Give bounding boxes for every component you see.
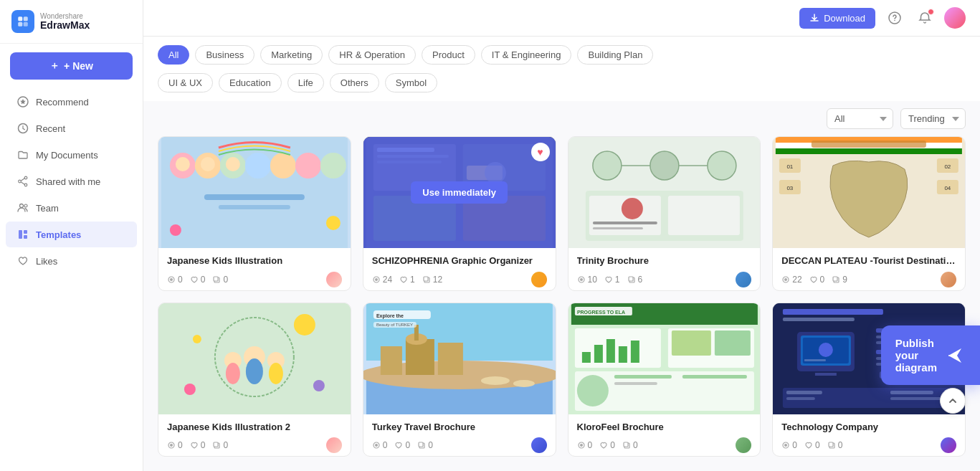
new-button[interactable]: ＋ + New bbox=[10, 52, 133, 80]
sidebar-item-likes[interactable]: Likes bbox=[6, 248, 137, 274]
card-meta: 0 0 0 bbox=[167, 272, 342, 287]
svg-point-87 bbox=[226, 363, 240, 384]
template-card[interactable]: Trinity Brochure 10 1 6 bbox=[568, 136, 761, 291]
filter-others[interactable]: Others bbox=[330, 73, 379, 92]
svg-point-6 bbox=[24, 176, 27, 179]
card-title: KloroFeel Brochure bbox=[577, 422, 752, 434]
svg-rect-12 bbox=[24, 230, 27, 234]
svg-point-24 bbox=[176, 157, 190, 171]
svg-rect-60 bbox=[592, 227, 642, 229]
filter-ui-ux[interactable]: UI & UX bbox=[158, 73, 213, 92]
user-avatar[interactable] bbox=[944, 7, 966, 29]
like-count: 0 bbox=[804, 440, 820, 450]
card-title: SCHIZOPHRENIA Graphic Organizer bbox=[372, 255, 547, 267]
svg-point-89 bbox=[269, 363, 283, 384]
notification-button[interactable] bbox=[914, 7, 936, 29]
svg-point-95 bbox=[170, 444, 173, 447]
card-image bbox=[158, 303, 351, 414]
sidebar-item-recommend[interactable]: Recommend bbox=[6, 89, 137, 115]
template-card[interactable]: 01 03 02 04 DECCAN PLATEAU -Tourist Dest… bbox=[772, 136, 966, 291]
sidebar-item-templates[interactable]: Templates bbox=[6, 222, 137, 247]
card-author-avatar bbox=[531, 437, 547, 453]
logo-text: Wondershare EdrawMax bbox=[40, 12, 90, 31]
card-title: Trinity Brochure bbox=[577, 255, 752, 267]
clock-icon bbox=[17, 123, 29, 134]
template-card[interactable]: Japanese Kids Illustration 2 0 0 0 bbox=[158, 303, 351, 457]
download-button[interactable]: Download bbox=[799, 8, 875, 29]
filter-business[interactable]: Business bbox=[195, 45, 254, 65]
svg-rect-116 bbox=[419, 442, 423, 447]
scroll-to-top-button[interactable] bbox=[940, 388, 966, 414]
card-meta: 0 0 0 bbox=[167, 437, 342, 453]
like-count: 0 bbox=[190, 275, 206, 285]
filter-hr-operation[interactable]: HR & Operation bbox=[328, 45, 416, 65]
svg-rect-77 bbox=[812, 141, 926, 148]
sidebar-item-team[interactable]: Team bbox=[6, 195, 137, 221]
svg-rect-28 bbox=[219, 205, 290, 209]
card-image: Explore the Beauty of TURKEY bbox=[363, 303, 556, 414]
copy-count: 0 bbox=[212, 275, 228, 285]
sidebar-item-recent[interactable]: Recent bbox=[6, 115, 137, 141]
card-illustration: 01 03 02 04 bbox=[773, 137, 965, 248]
svg-point-62 bbox=[580, 278, 583, 281]
filter-education[interactable]: Education bbox=[219, 73, 282, 92]
svg-text:Beauty of TURKEY: Beauty of TURKEY bbox=[376, 323, 413, 327]
copy-count: 6 bbox=[627, 275, 643, 285]
svg-rect-147 bbox=[804, 359, 826, 361]
filter-select[interactable]: All Free Premium bbox=[827, 108, 893, 129]
card-meta: 0 0 0 bbox=[781, 437, 956, 453]
svg-point-51 bbox=[650, 151, 678, 180]
help-button[interactable] bbox=[884, 7, 905, 29]
svg-rect-2 bbox=[18, 22, 22, 27]
sidebar-item-my-documents[interactable]: My Documents bbox=[6, 142, 137, 168]
controls-row: All Free Premium Trending Newest Popular bbox=[143, 101, 980, 136]
svg-rect-3 bbox=[24, 22, 28, 27]
card-author-avatar bbox=[531, 272, 547, 287]
like-count: 0 bbox=[190, 440, 206, 450]
like-count: 0 bbox=[394, 440, 410, 450]
card-meta: 22 0 9 bbox=[781, 272, 956, 287]
like-button[interactable]: ♥ bbox=[531, 143, 550, 161]
card-title: DECCAN PLATEAU -Tourist Destinations bbox=[781, 255, 956, 267]
use-immediately-button[interactable]: Use immediately bbox=[411, 181, 508, 204]
template-card[interactable]: PROGRESS TO ELA bbox=[568, 303, 761, 457]
card-meta: 0 0 0 bbox=[577, 437, 752, 453]
svg-rect-132 bbox=[614, 375, 671, 379]
like-count: 1 bbox=[399, 275, 415, 285]
card-meta: 0 0 0 bbox=[372, 437, 547, 453]
view-count: 0 bbox=[577, 440, 593, 450]
card-image bbox=[158, 137, 351, 248]
svg-rect-123 bbox=[581, 352, 590, 363]
view-count: 0 bbox=[167, 275, 183, 285]
svg-point-107 bbox=[481, 376, 510, 385]
publish-banner[interactable]: Publish your diagram bbox=[881, 325, 980, 385]
filter-building-plan[interactable]: Building Plan bbox=[577, 45, 653, 65]
card-illustration bbox=[158, 137, 351, 248]
download-icon bbox=[809, 13, 819, 23]
svg-rect-140 bbox=[783, 309, 883, 315]
sidebar-item-shared-with-me-label: Shared with me bbox=[36, 176, 100, 187]
svg-point-8 bbox=[19, 180, 22, 183]
filter-it-engineering[interactable]: IT & Engineering bbox=[481, 45, 572, 65]
sort-select[interactable]: Trending Newest Popular bbox=[900, 108, 966, 129]
filter-symbol[interactable]: Symbol bbox=[385, 73, 437, 92]
card-image: Use immediately ♥ bbox=[363, 137, 556, 248]
svg-point-7 bbox=[24, 184, 27, 186]
template-card[interactable]: Explore the Beauty of TURKEY Turkey Trav… bbox=[363, 303, 556, 457]
filter-life[interactable]: Life bbox=[287, 73, 324, 92]
copy-count: 0 bbox=[212, 440, 228, 450]
card-info: Technology Company 0 0 0 bbox=[773, 414, 965, 457]
filter-all[interactable]: All bbox=[158, 45, 189, 65]
sidebar-item-shared-with-me[interactable]: Shared with me bbox=[6, 168, 137, 194]
logo-icon bbox=[11, 10, 34, 33]
svg-rect-102 bbox=[381, 346, 402, 375]
template-card[interactable]: Use immediately ♥ SCHIZOPHRENIA Graphic … bbox=[363, 136, 556, 291]
template-card[interactable]: Japanese Kids Illustration 0 0 0 bbox=[158, 136, 351, 291]
svg-rect-13 bbox=[24, 235, 27, 239]
layout-icon bbox=[17, 229, 29, 240]
filter-marketing[interactable]: Marketing bbox=[260, 45, 323, 65]
filter-product[interactable]: Product bbox=[422, 45, 475, 65]
svg-point-46 bbox=[375, 278, 378, 281]
copy-count: 12 bbox=[422, 275, 442, 285]
card-author-avatar bbox=[941, 437, 956, 453]
